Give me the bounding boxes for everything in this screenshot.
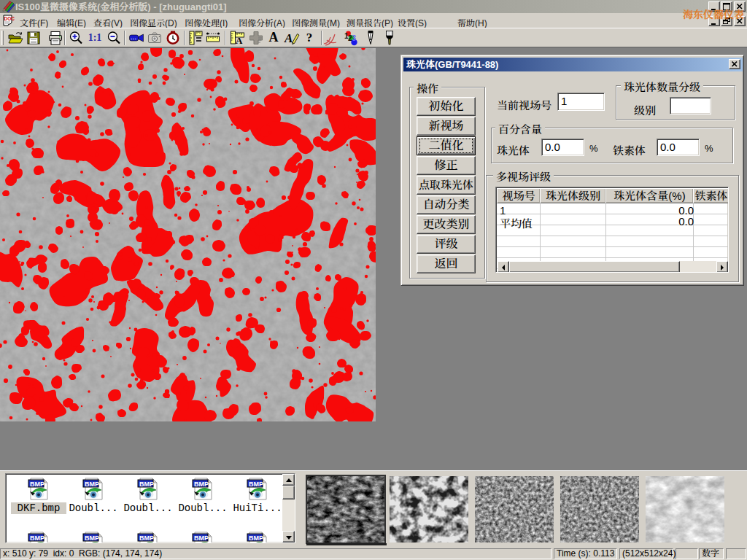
svg-text:DOC: DOC xyxy=(4,16,15,21)
svg-text:3: 3 xyxy=(352,34,357,42)
svg-text:A: A xyxy=(284,31,293,45)
svg-text:A: A xyxy=(236,35,243,46)
